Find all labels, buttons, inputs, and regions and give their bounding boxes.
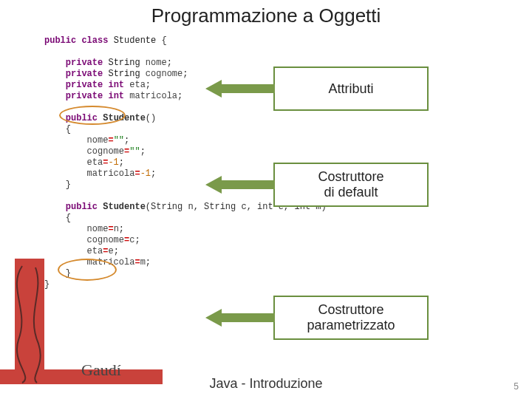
callout-label: parametrizzato <box>279 318 423 333</box>
arrow-icon <box>205 78 275 100</box>
arrow-icon <box>205 174 275 196</box>
slide-title: Programmazione a Oggetti <box>0 0 532 27</box>
callout-label: Costruttore <box>279 169 423 185</box>
page-number: 5 <box>514 381 519 392</box>
svg-marker-2 <box>205 309 275 327</box>
arrow-icon <box>205 307 275 329</box>
callout-attributes: Attributi <box>273 66 429 111</box>
highlight-circle-icon <box>59 106 126 125</box>
svg-marker-0 <box>205 80 275 98</box>
footer-label: Java - Introduzione <box>0 376 532 392</box>
callout-label: di default <box>279 185 423 200</box>
svg-marker-1 <box>205 176 275 194</box>
callout-label: Attributi <box>279 81 423 97</box>
callout-default-constructor: Costruttore di default <box>273 163 429 207</box>
svg-rect-4 <box>15 259 44 384</box>
callout-label: Costruttore <box>279 302 423 318</box>
callout-param-constructor: Costruttore parametrizzato <box>273 296 429 340</box>
